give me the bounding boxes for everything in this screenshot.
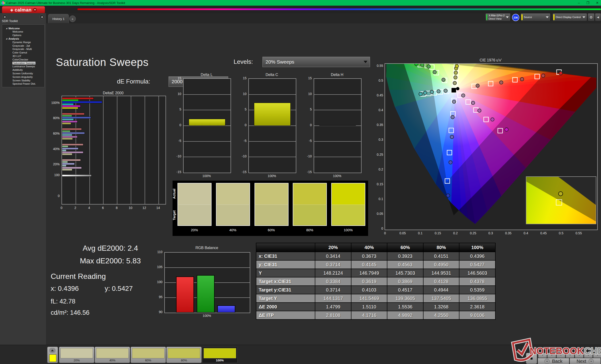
measured-point-red <box>476 84 479 87</box>
level-card-20%[interactable]: 20% <box>59 347 94 363</box>
tree-item-3d-lut[interactable]: 3D LUT <box>2 54 44 58</box>
tree-item-options[interactable]: Options <box>2 34 44 37</box>
tree-item-welcome[interactable]: Welcome <box>2 30 44 34</box>
cie-ytick: 0.45 <box>377 93 383 97</box>
close-icon[interactable]: ✕ <box>596 1 599 5</box>
tree-item-spectral-power-dist-[interactable]: Spectral Power Dist. <box>2 82 44 86</box>
tree-item-label: Saturation Sweeps <box>12 62 35 65</box>
display-control-label: Direct Display Control <box>556 16 581 19</box>
add-tab-button[interactable]: + <box>69 16 76 22</box>
cie-xtick: 0.05 <box>399 231 406 235</box>
tree-item-welcome[interactable]: Welcome <box>2 27 44 30</box>
measured-point-magenta <box>471 101 475 105</box>
tree-item-grayscale-2pt[interactable]: Grayscale - 2pt <box>2 44 44 47</box>
source-dropdown[interactable]: Source <box>521 13 551 21</box>
tree-item-label: Dynamic Range <box>12 41 31 44</box>
tree-item-dynamic-range[interactable]: Dynamic Range <box>2 40 44 44</box>
tree-item-luminance-sweeps[interactable]: Luminance Sweeps <box>2 65 44 68</box>
level-card-40%[interactable]: 40% <box>95 347 130 363</box>
sidebar-collapse-button[interactable]: ◀ <box>40 15 44 19</box>
minimize-icon[interactable]: – <box>578 1 580 5</box>
cie-chart-title: CIE 1976 u'v' <box>385 58 596 62</box>
ytick: 10 <box>308 92 312 96</box>
display-control-dropdown[interactable]: Direct Display Control <box>552 13 587 21</box>
tree-item-colorchecker[interactable]: ColorChecker <box>2 58 44 61</box>
levels-label: Levels: <box>234 58 253 66</box>
table-cell: 9.0106 <box>459 311 495 319</box>
transport-button-4[interactable]: ▪ <box>566 353 574 358</box>
table-cell: 0.5427 <box>459 260 495 269</box>
table-header: 40% <box>351 243 387 252</box>
category-label: 100% <box>333 174 341 178</box>
back-button[interactable]: « Back <box>538 358 569 364</box>
tree-item-screen-uniformity[interactable]: Screen Uniformity <box>2 72 44 75</box>
measured-point-green <box>421 64 424 67</box>
transport-button-7[interactable]: ▪ <box>593 353 601 358</box>
deltae-group-label: 20% <box>53 162 60 166</box>
transport-button-1[interactable]: ▪ <box>538 353 547 358</box>
tree-item-analysis[interactable]: Analysis <box>2 37 44 40</box>
deltae-group-label: 60% <box>53 132 60 135</box>
tree-item-label: Analysis <box>9 37 19 40</box>
settings-button[interactable]: ⚙ <box>588 13 595 21</box>
measured-point-cyan <box>430 90 434 94</box>
stop-button[interactable]: ■ <box>526 353 537 364</box>
measured-point-yellow <box>455 65 459 68</box>
tab-label: History 1 <box>52 17 64 21</box>
sidebar-pin-button[interactable] <box>2 15 7 19</box>
gridline <box>145 96 145 204</box>
gridline <box>159 96 159 204</box>
deltae-bar-40%-Yellow <box>62 153 72 155</box>
tree-item-color-gamut[interactable]: Color Gamut <box>2 51 44 54</box>
deltae-xtick: 4 <box>88 206 90 210</box>
delta-bar <box>189 119 225 126</box>
table-cell: 4.1716 <box>351 311 387 319</box>
transport-button-6[interactable]: ▪ <box>584 353 593 358</box>
window-title: Calman 2025 Calman Ultimate for Business… <box>6 1 125 5</box>
tree-item-grayscale-multi[interactable]: Grayscale - Multi <box>2 47 44 51</box>
tab-history-1[interactable]: History 1 <box>48 14 69 23</box>
table-cell: 144.9531 <box>423 269 460 277</box>
tree-item-screen-angularity[interactable]: Screen Angularity <box>2 75 44 78</box>
transport-button-2[interactable]: ▪ <box>547 353 556 358</box>
ytick: -5 <box>309 139 312 143</box>
tree-item-screen-stability[interactable]: Screen Stability <box>2 78 44 82</box>
table-header <box>256 243 315 252</box>
swatch-category-label: 40% <box>229 228 236 232</box>
tree-item-saturation-sweeps[interactable]: Saturation Sweeps <box>2 61 44 65</box>
level-card-80%[interactable]: 80% <box>166 347 202 363</box>
calman-menu-button[interactable]: ◈ calman <box>2 6 45 14</box>
level-card-60%[interactable]: 60% <box>130 347 166 363</box>
gridline <box>184 110 230 110</box>
cie-xtick: 0.45 <box>540 231 547 235</box>
meter-dropdown[interactable]: X-Rite i1Pro 2 Direct View <box>485 13 511 21</box>
rgb-category-label: 100% <box>203 314 211 317</box>
table-cell: 1.5110 <box>351 303 387 311</box>
level-swatch <box>132 348 165 358</box>
transport-button-5[interactable]: ▪ <box>575 353 584 358</box>
delta-h-plot <box>314 78 361 173</box>
cie-ytick: 0.1 <box>379 197 383 201</box>
swatch-category-label: 60% <box>268 228 275 232</box>
patch-up-button[interactable] <box>49 348 56 353</box>
table-cell: 0.4378 <box>459 277 495 286</box>
source-label: Source <box>524 16 532 19</box>
gridline <box>249 157 296 157</box>
panel-collapse-button[interactable]: ◀ <box>595 13 601 21</box>
gridline <box>103 96 103 204</box>
tree-item-label: Welcome <box>12 30 23 33</box>
level-card-100%[interactable]: 100% <box>202 347 238 363</box>
measurement-count-badge[interactable]: 236 <box>512 14 519 21</box>
tree-item-label: Welcome <box>9 27 20 30</box>
next-button[interactable]: Next » <box>570 358 601 364</box>
table-cell: 0.3619 <box>351 277 387 286</box>
measured-point-red <box>520 77 524 81</box>
measured-point-magenta <box>491 118 494 121</box>
tree-item-additivity[interactable]: Additivity <box>2 68 44 72</box>
rgb-ytick: 100 <box>157 280 162 284</box>
maximize-icon[interactable]: ❐ <box>586 1 590 5</box>
next-label: Next <box>577 359 586 364</box>
plus-icon: + <box>72 17 74 21</box>
levels-dropdown[interactable]: 20% Sweeps <box>262 57 370 67</box>
transport-button-3[interactable]: ▪ <box>556 353 565 358</box>
